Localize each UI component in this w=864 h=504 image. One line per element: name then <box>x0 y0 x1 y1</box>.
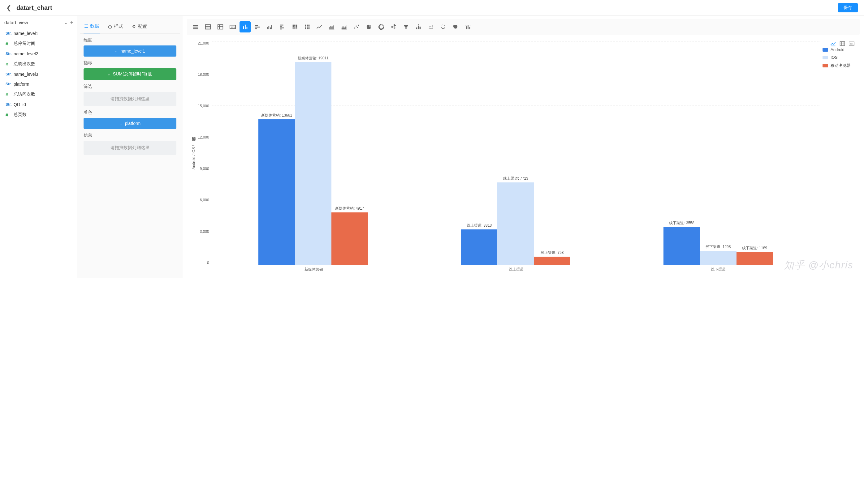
tab-style[interactable]: ◷ 样式 <box>107 21 124 33</box>
svg-rect-24 <box>280 27 284 28</box>
tab-config[interactable]: ⚙ 配置 <box>131 21 148 33</box>
datasource-name[interactable]: datart_view <box>4 20 61 25</box>
bar-label: 新媒体营销: 4917 <box>335 206 364 211</box>
bar[interactable] <box>497 182 534 265</box>
y-axis-label: Android / IOS / 移动浏览器 <box>190 41 198 272</box>
field-总页数[interactable]: #总页数 <box>4 109 73 120</box>
svg-rect-7 <box>218 25 223 29</box>
svg-point-50 <box>418 24 419 26</box>
field-name_level3[interactable]: Str.name_level3 <box>4 69 73 79</box>
chevron-down-icon[interactable]: ⌄ <box>64 20 68 25</box>
bar[interactable] <box>534 257 570 265</box>
bar[interactable] <box>259 119 295 265</box>
bar-label: 线上渠道: 3313 <box>467 223 492 228</box>
gear-icon: ⚙ <box>132 24 136 29</box>
svg-rect-18 <box>267 27 268 29</box>
chart-type-donut[interactable] <box>376 21 387 33</box>
chart-type-bar-h[interactable] <box>252 21 263 33</box>
legend-item[interactable]: IOS <box>823 55 855 60</box>
color-chip[interactable]: ⌄ platform <box>84 118 176 129</box>
legend-item[interactable]: Android <box>823 47 855 52</box>
bar[interactable] <box>461 230 497 265</box>
chart-type-bar-stack[interactable] <box>289 21 300 33</box>
bar[interactable] <box>663 227 700 265</box>
field-总调出次数[interactable]: #总调出次数 <box>4 59 73 69</box>
chart-type-map-china[interactable] <box>437 21 449 33</box>
bar[interactable] <box>332 212 368 265</box>
svg-rect-33 <box>307 25 308 29</box>
chart-type-line[interactable] <box>314 21 325 33</box>
metric-chip[interactable]: ⌄ SUM(总停留时间) 圆 <box>84 68 176 80</box>
chart-type-area-stack[interactable] <box>338 21 350 33</box>
svg-point-42 <box>358 25 359 26</box>
field-QD_id[interactable]: Str.QD_id <box>4 100 73 109</box>
chevron-down-icon: ⌄ <box>119 121 122 125</box>
string-type-icon: Str. <box>5 31 14 36</box>
number-type-icon: # <box>5 92 14 97</box>
bar-label: 线下渠道: 1189 <box>742 246 767 251</box>
svg-rect-21 <box>272 25 272 29</box>
chart-type-wordcloud[interactable]: wordcloud <box>425 21 436 33</box>
section-info-label: 信息 <box>84 133 176 138</box>
save-button[interactable]: 保存 <box>838 3 858 12</box>
chart-type-map-fill[interactable] <box>450 21 461 33</box>
chart-type-bar-mark[interactable] <box>462 21 473 33</box>
svg-rect-19 <box>268 26 269 29</box>
chart-type-number[interactable]: 123 <box>227 21 238 33</box>
chart-type-rose[interactable] <box>388 21 399 33</box>
x-axis: 新媒体营销线上渠道线下渠道 <box>198 265 819 272</box>
field-platform[interactable]: Str.platform <box>4 79 73 89</box>
chart-type-pie[interactable] <box>363 21 374 33</box>
section-metric-label: 指标 <box>84 60 176 66</box>
chart-type-rank[interactable] <box>413 21 424 33</box>
view-chart-icon[interactable] <box>830 40 836 48</box>
chart-type-funnel[interactable] <box>400 21 411 33</box>
svg-text:SQL: SQL <box>850 43 853 45</box>
svg-rect-13 <box>245 25 246 29</box>
chart-type-area[interactable] <box>326 21 337 33</box>
bar[interactable] <box>736 252 773 265</box>
svg-point-40 <box>356 25 357 27</box>
view-mode-switch: SQL <box>830 40 855 48</box>
bar-label: 新媒体营销: 19011 <box>298 56 329 61</box>
bar[interactable] <box>700 251 736 265</box>
chart-type-bar[interactable] <box>240 21 251 33</box>
section-filter-label: 筛选 <box>84 84 176 89</box>
info-dropzone[interactable]: 请拖拽数据列到这里 <box>84 141 176 155</box>
field-总停留时间[interactable]: #总停留时间 <box>4 38 73 49</box>
number-type-icon: # <box>5 41 14 46</box>
dimension-chip[interactable]: ⌄ name_level1 <box>84 46 176 57</box>
field-name_level1[interactable]: Str.name_level1 <box>4 28 73 38</box>
bar[interactable] <box>295 62 332 265</box>
string-type-icon: Str. <box>5 72 14 76</box>
svg-rect-58 <box>840 41 845 46</box>
svg-rect-17 <box>255 28 257 29</box>
chart-type-pivot[interactable] <box>215 21 226 33</box>
svg-rect-31 <box>296 27 297 29</box>
field-总访问次数[interactable]: #总访问次数 <box>4 89 73 100</box>
topbar: ❮ datart_chart 保存 <box>0 0 864 16</box>
chart-type-bar-h-group[interactable] <box>277 21 288 33</box>
tab-data[interactable]: ☰ 数据 <box>84 21 100 33</box>
legend-item[interactable]: 移动浏览器 <box>823 63 855 68</box>
chart-area: 123wordcloud SQL Android / IOS / 移动浏览器 <box>183 16 864 278</box>
chart-type-bar-stack-full[interactable] <box>301 21 313 33</box>
config-panel: ☰ 数据 ◷ 样式 ⚙ 配置 维度 ⌄ name_level1 <box>77 16 183 278</box>
bar-label: 线下渠道: 1298 <box>706 244 731 249</box>
svg-rect-2 <box>193 28 199 29</box>
back-button[interactable]: ❮ <box>6 4 11 11</box>
view-sql-icon[interactable]: SQL <box>849 40 855 48</box>
view-table-icon[interactable] <box>839 40 845 48</box>
chevron-down-icon: ⌄ <box>115 49 118 53</box>
chart-type-list[interactable] <box>190 21 201 33</box>
field-name_level2[interactable]: Str.name_level2 <box>4 49 73 59</box>
chart-type-bar-group[interactable] <box>264 21 275 33</box>
chart-type-scatter[interactable] <box>351 21 362 33</box>
filter-dropzone[interactable]: 请拖拽数据列到这里 <box>84 92 176 106</box>
svg-marker-45 <box>404 25 408 27</box>
svg-rect-16 <box>255 27 260 27</box>
chart-type-table[interactable] <box>202 21 214 33</box>
string-type-icon: Str. <box>5 102 14 107</box>
add-icon[interactable]: + <box>70 20 73 25</box>
number-type-icon: # <box>5 112 14 118</box>
